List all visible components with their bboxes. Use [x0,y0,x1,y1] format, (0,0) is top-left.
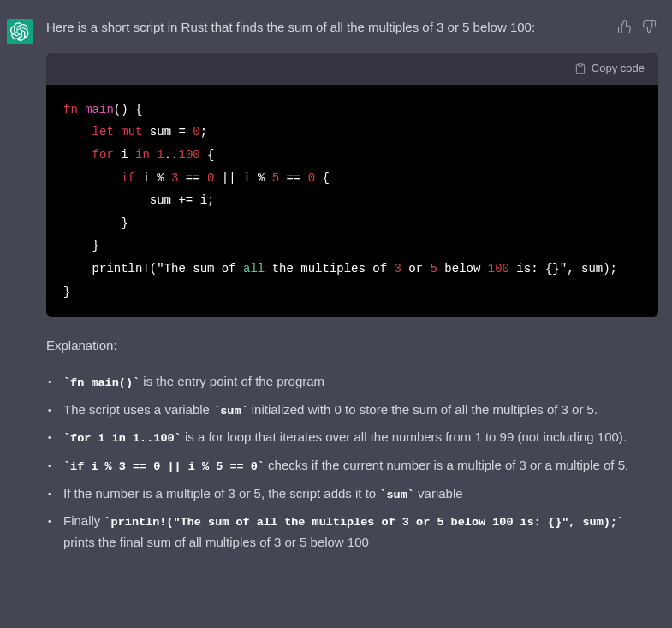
explanation-item: `for i in 1..100` is a for loop that ite… [63,427,658,448]
explanation-list: `fn main()` is the entry point of the pr… [46,371,658,553]
code-token [63,171,121,185]
code-token: , sum); [567,262,617,275]
code-token: or [401,262,431,275]
message-header-row: Here is a short script in Rust that find… [46,17,658,53]
explanation-text: prints the final sum of all multiples of… [63,535,369,549]
code-token: 0 [193,125,199,139]
code-token: for [92,148,114,162]
code-token: is: {}" [509,262,567,275]
code-token [63,148,92,162]
explanation-text: is the entry point of the program [140,374,324,388]
explanation-text: initialized with 0 to store the sum of a… [248,402,598,417]
explanation-text: variable [414,486,463,501]
code-token: == [178,171,207,185]
svg-rect-0 [579,64,583,66]
intro-text: Here is a short script in Rust that find… [46,17,607,38]
code-token: the multiples of [265,262,394,275]
code-token: ; [200,125,207,139]
explanation-text: If the number is a multiple of 3 or 5, t… [63,486,379,501]
code-token: if [121,171,135,185]
code-token [63,125,92,139]
inline-code: `sum` [379,489,414,501]
explanation-item: The script uses a variable `sum` initial… [63,400,658,421]
explanation-text: checks if the current number is a multip… [265,458,628,472]
thumbs-up-icon [617,19,633,34]
code-token: below [437,262,488,275]
assistant-message: Here is a short script in Rust that find… [0,0,672,577]
inline-code: `println!("The sum of all the multiples … [104,516,625,529]
code-token: main [85,103,114,116]
openai-logo-icon [10,22,29,41]
code-token: 1 [157,148,164,162]
code-token: sum = [142,125,193,139]
clipboard-icon [574,62,586,74]
feedback-buttons [617,19,658,36]
copy-label: Copy code [592,60,645,78]
code-token [114,125,121,139]
assistant-avatar [7,19,33,44]
code-token: 3 [395,262,401,275]
code-token: i % [135,171,171,185]
explanation-item: `if i % 3 == 0 || i % 5 == 0` checks if … [63,455,658,477]
explanation-text: is a for loop that iterates over all the… [181,430,627,444]
code-token: { [315,171,330,185]
code-token: i [114,148,135,162]
code-token: 5 [431,262,437,275]
inline-code: `fn main()` [63,376,140,389]
code-token: { [200,148,215,162]
code-token [78,103,85,116]
code-token: fn [63,103,78,116]
code-token: mut [121,125,142,139]
code-token: let [92,125,114,139]
code-token: } [63,216,128,230]
code-token: 100 [178,148,199,162]
code-token: .. [164,148,179,162]
code-header: Copy code [46,53,658,85]
message-content: Here is a short script in Rust that find… [46,17,658,560]
explanation-item: If the number is a multiple of 3 or 5, t… [63,483,658,505]
thumbs-down-button[interactable] [641,19,658,36]
code-token: all [243,262,265,275]
code-token: sum += i; [63,193,214,207]
code-token: 100 [488,262,509,275]
code-token: 5 [272,171,279,185]
code-token [150,148,157,162]
inline-code: `for i in 1..100` [63,432,181,445]
code-token: in [135,148,150,162]
explanation-title: Explanation: [46,335,658,356]
explanation-item: Finally `println!("The sum of all the mu… [63,511,658,553]
explanation-item: `fn main()` is the entry point of the pr… [63,371,658,393]
thumbs-up-button[interactable] [617,19,634,36]
code-content[interactable]: fn main() { let mut sum = 0; for i in 1.… [46,85,658,317]
inline-code: `if i % 3 == 0 || i % 5 == 0` [63,460,265,473]
explanation-text: The script uses a variable [63,402,213,417]
thumbs-down-icon [641,19,657,34]
code-token: println!( [63,262,157,275]
code-block: Copy code fn main() { let mut sum = 0; f… [46,53,658,317]
inline-code: `sum` [213,405,248,418]
explanation-text: Finally [63,513,104,528]
code-token: 0 [308,171,315,185]
copy-code-button[interactable]: Copy code [574,60,645,78]
code-token: } [63,285,70,299]
code-token: } [63,239,99,252]
code-token: () { [114,103,143,116]
code-token: "The sum of [157,262,243,275]
code-token: == [279,171,308,185]
code-token: || i % [214,171,271,185]
